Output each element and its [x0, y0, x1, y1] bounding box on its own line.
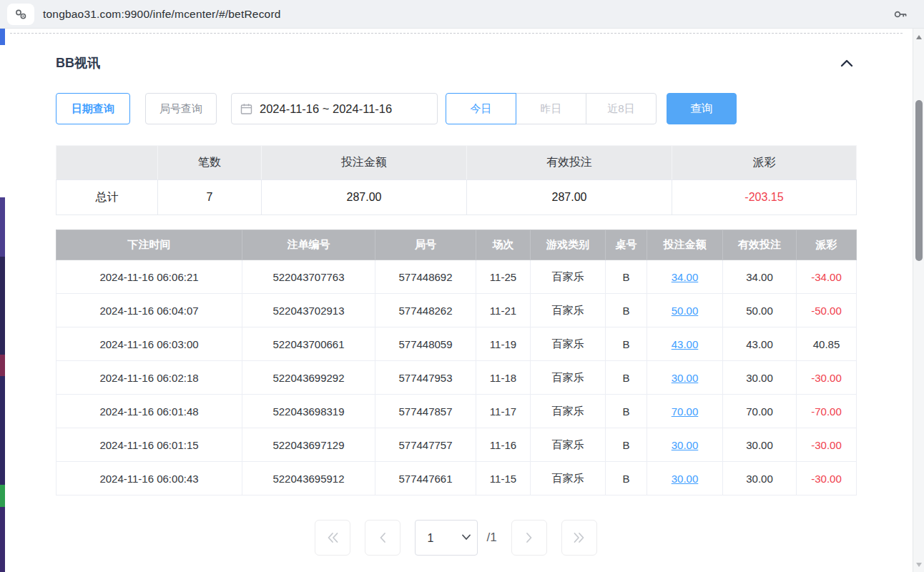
triangle-down-icon: [916, 563, 922, 567]
cell-valid: 30.00: [723, 428, 797, 462]
first-page-button[interactable]: [315, 520, 350, 556]
cell-table: B: [606, 260, 647, 294]
cell-order: 522043699292: [242, 361, 375, 395]
page-select[interactable]: 1: [415, 520, 478, 556]
cell-round: 577447757: [375, 428, 476, 462]
summary-header-count: 笔数: [158, 146, 262, 180]
bet-amount-link[interactable]: 30.00: [672, 439, 699, 451]
bet-amount-link[interactable]: 50.00: [672, 305, 699, 317]
cell-payout: -34.00: [797, 260, 857, 294]
cell-round: 577447857: [375, 395, 476, 428]
col-payout: 派彩: [797, 230, 857, 260]
cell-table: B: [606, 361, 647, 395]
date-query-button[interactable]: 日期查询: [56, 93, 130, 124]
cell-time: 2024-11-16 06:06:21: [56, 260, 242, 294]
filter-row: 日期查询 局号查询 2024-11-16 ~ 2024-11-16 今日 昨日 …: [56, 93, 856, 124]
bet-amount-link[interactable]: 43.00: [672, 338, 699, 350]
cell-round: 577448262: [375, 294, 476, 327]
cell-session: 11-17: [476, 395, 531, 428]
cell-order: 522043702913: [242, 294, 375, 327]
cell-game: 百家乐: [531, 327, 606, 361]
browser-address-bar[interactable]: tongbao31.com:9900/infe/mcenter/#/betRec…: [0, 0, 924, 29]
password-key-button[interactable]: [893, 6, 908, 25]
last-8-days-button[interactable]: 近8日: [586, 93, 657, 124]
cell-table: B: [606, 294, 647, 327]
scroll-down-arrow[interactable]: [913, 559, 924, 571]
col-bet-amount: 投注金额: [647, 230, 723, 260]
cell-game: 百家乐: [531, 260, 606, 294]
cell-session: 11-19: [476, 327, 531, 361]
summary-header-payout: 派彩: [672, 146, 857, 180]
table-row: 2024-11-16 06:06:21 522043707763 5774486…: [56, 260, 857, 294]
vertical-scrollbar[interactable]: [913, 29, 924, 572]
profile-chip[interactable]: [7, 4, 34, 25]
double-chevron-right-icon: [573, 532, 586, 543]
col-order-no: 注单编号: [242, 230, 375, 260]
last-page-button[interactable]: [561, 520, 597, 556]
calendar-icon: [240, 103, 252, 115]
yesterday-button[interactable]: 昨日: [516, 93, 586, 124]
table-row: 2024-11-16 06:04:07 522043702913 5774482…: [56, 294, 857, 327]
cell-table: B: [606, 462, 647, 495]
table-row: 2024-11-16 06:02:18 522043699292 5774479…: [56, 361, 857, 395]
cell-valid: 30.00: [723, 462, 797, 495]
date-range-picker[interactable]: 2024-11-16 ~ 2024-11-16: [231, 93, 438, 124]
cell-time: 2024-11-16 06:02:18: [56, 361, 242, 395]
cell-game: 百家乐: [531, 428, 606, 462]
bet-amount-link[interactable]: 34.00: [672, 271, 699, 283]
next-page-button[interactable]: [511, 520, 547, 556]
cell-time: 2024-11-16 06:00:43: [56, 462, 242, 495]
cell-order: 522043707763: [242, 260, 375, 294]
profile-switcher-icon: [14, 7, 28, 21]
summary-row: 总计 7 287.00 287.00 -203.15: [56, 180, 857, 215]
cell-session: 11-16: [476, 428, 531, 462]
cell-order: 522043700661: [242, 327, 375, 361]
url-text[interactable]: tongbao31.com:9900/infe/mcenter/#/betRec…: [43, 8, 281, 21]
bet-amount-link[interactable]: 30.00: [672, 372, 699, 384]
cell-session: 11-21: [476, 294, 531, 327]
col-bet-time: 下注时间: [56, 230, 242, 260]
cell-time: 2024-11-16 06:03:00: [56, 327, 242, 361]
double-chevron-left-icon: [326, 532, 339, 543]
summary-payout: -203.15: [672, 180, 857, 215]
summary-header-empty: [56, 146, 158, 180]
cell-round: 577448059: [375, 327, 476, 361]
cell-table: B: [606, 428, 647, 462]
cell-game: 百家乐: [531, 361, 606, 395]
scrollbar-thumb[interactable]: [915, 100, 923, 261]
round-query-button[interactable]: 局号查询: [145, 93, 217, 124]
scroll-up-arrow[interactable]: [913, 31, 924, 43]
chevron-up-icon: [839, 56, 855, 69]
table-header-row: 下注时间 注单编号 局号 场次 游戏类别 桌号 投注金额 有效投注 派彩: [56, 230, 857, 260]
cell-round: 577448692: [375, 260, 476, 294]
cell-valid: 34.00: [723, 260, 797, 294]
cell-time: 2024-11-16 06:01:48: [56, 395, 242, 428]
cell-time: 2024-11-16 06:04:07: [56, 294, 242, 327]
table-row: 2024-11-16 06:01:15 522043697129 5774477…: [56, 428, 857, 462]
previous-page-button[interactable]: [365, 520, 400, 556]
bet-record-table: 下注时间 注单编号 局号 场次 游戏类别 桌号 投注金额 有效投注 派彩 202…: [56, 230, 857, 495]
summary-label: 总计: [56, 180, 158, 215]
bet-amount-link[interactable]: 30.00: [672, 473, 699, 485]
col-valid-bet: 有效投注: [723, 230, 797, 260]
cell-time: 2024-11-16 06:01:15: [56, 428, 242, 462]
page-select-wrap: 1: [415, 520, 478, 556]
cell-valid: 50.00: [723, 294, 797, 327]
background-edge: [0, 29, 5, 572]
table-row: 2024-11-16 06:00:43 522043695912 5774476…: [56, 462, 857, 495]
cell-round: 577447953: [375, 361, 476, 395]
chevron-right-icon: [525, 532, 534, 543]
today-button[interactable]: 今日: [446, 93, 516, 124]
col-table-no: 桌号: [606, 230, 647, 260]
bet-amount-link[interactable]: 70.00: [672, 405, 699, 418]
summary-header-valid: 有效投注: [467, 146, 672, 180]
cell-valid: 30.00: [723, 361, 797, 395]
col-game-type: 游戏类别: [531, 230, 606, 260]
dashed-separator: [10, 33, 903, 34]
search-button[interactable]: 查询: [667, 93, 737, 124]
summary-header-bet: 投注金额: [262, 146, 467, 180]
date-range-value: 2024-11-16 ~ 2024-11-16: [260, 102, 392, 116]
collapse-panel-button[interactable]: [837, 54, 856, 72]
table-row: 2024-11-16 06:03:00 522043700661 5774480…: [56, 327, 857, 361]
page-total-label: /1: [486, 531, 496, 545]
